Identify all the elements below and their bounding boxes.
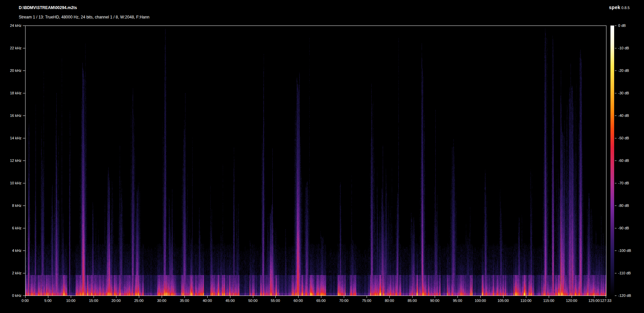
time-tick [526, 296, 526, 298]
db-tick [615, 251, 616, 251]
time-tick-label: 55:00 [265, 299, 286, 303]
freq-tick [23, 93, 25, 93]
time-tick-label: 85:00 [401, 299, 423, 303]
db-tick-label: -90 dB [618, 226, 629, 230]
time-tick-label: 80:00 [379, 299, 400, 303]
time-tick-label: 45:00 [219, 299, 241, 303]
db-gradient-bar [610, 26, 614, 296]
freq-tick-label: 4 kHz [0, 249, 21, 253]
time-tick-label: 75:00 [356, 299, 377, 303]
time-tick [162, 296, 162, 298]
time-tick [48, 296, 48, 298]
time-tick [367, 296, 367, 298]
time-tick-label: 15:00 [83, 299, 104, 303]
db-tick-label: -50 dB [618, 136, 629, 140]
db-tick-label: -20 dB [618, 69, 629, 73]
time-tick-label: 5:00 [37, 299, 59, 303]
freq-tick [23, 251, 25, 251]
time-tick [458, 296, 458, 298]
freq-tick-label: 2 kHz [0, 271, 21, 275]
time-tick-label: 40:00 [197, 299, 218, 303]
time-tick [549, 296, 549, 298]
time-tick [435, 296, 435, 298]
time-tick-label: 30:00 [151, 299, 172, 303]
time-tick-label: 95:00 [447, 299, 468, 303]
db-tick [615, 228, 616, 228]
time-tick-label: 115:00 [538, 299, 559, 303]
freq-tick-label: 18 kHz [0, 91, 21, 95]
db-tick-label: -70 dB [618, 181, 629, 185]
freq-tick-label: 0 kHz [0, 294, 21, 298]
freq-tick [23, 138, 25, 138]
time-tick [207, 296, 208, 298]
freq-tick [23, 161, 25, 161]
freq-tick-label: 20 kHz [0, 69, 21, 73]
time-tick-label: 100:00 [470, 299, 491, 303]
freq-tick-label: 14 kHz [0, 136, 21, 140]
time-tick [412, 296, 413, 298]
db-tick [615, 161, 616, 161]
time-tick-label: 35:00 [174, 299, 195, 303]
time-tick-label: 50:00 [242, 299, 264, 303]
time-tick-label: 70:00 [333, 299, 355, 303]
time-tick-label: 20:00 [105, 299, 127, 303]
db-tick-label: -120 dB [618, 294, 631, 298]
db-tick [615, 93, 616, 93]
time-tick-label: 120:00 [561, 299, 582, 303]
freq-tick [23, 273, 25, 273]
db-tick-label: -30 dB [618, 91, 629, 95]
db-tick-label: -100 dB [618, 249, 631, 253]
freq-tick [23, 71, 25, 71]
db-tick-label: -40 dB [618, 114, 629, 118]
time-tick-label: 90:00 [424, 299, 445, 303]
db-tick [615, 48, 616, 48]
time-tick [253, 296, 253, 298]
time-tick [572, 296, 572, 298]
freq-tick-label: 16 kHz [0, 114, 21, 118]
time-tick [116, 296, 116, 298]
app-name: spek [609, 5, 621, 10]
time-tick [275, 296, 276, 298]
time-tick [594, 296, 594, 298]
time-tick-label: 0:00 [14, 299, 36, 303]
db-tick [615, 206, 616, 206]
freq-tick [23, 296, 25, 296]
db-tick-label: -110 dB [618, 271, 631, 275]
freq-tick-label: 12 kHz [0, 159, 21, 163]
time-tick [606, 296, 606, 298]
time-tick [94, 296, 94, 298]
time-tick-label: 105:00 [492, 299, 514, 303]
freq-tick [23, 183, 25, 183]
time-tick-label: 10:00 [60, 299, 82, 303]
time-tick-label: 60:00 [287, 299, 309, 303]
stream-info: Stream 1 / 13: TrueHD, 48000 Hz, 24 bits… [19, 15, 149, 19]
time-tick [25, 296, 25, 298]
time-tick [321, 296, 321, 298]
db-tick [615, 138, 616, 138]
freq-tick [23, 228, 25, 228]
time-tick [298, 296, 299, 298]
time-tick [503, 296, 503, 298]
db-tick [615, 273, 616, 273]
time-tick-label: 127:33 [595, 299, 616, 303]
db-tick [615, 26, 616, 26]
time-tick [480, 296, 481, 298]
db-tick-label: -60 dB [618, 159, 629, 163]
time-tick [389, 296, 390, 298]
freq-tick-label: 24 kHz [0, 24, 21, 28]
db-tick [615, 71, 616, 71]
time-tick-label: 25:00 [128, 299, 150, 303]
time-tick-label: 110:00 [515, 299, 537, 303]
time-tick [230, 296, 230, 298]
freq-tick-label: 6 kHz [0, 226, 21, 230]
time-tick [71, 296, 71, 298]
db-tick-label: -10 dB [618, 46, 629, 50]
db-tick [615, 116, 616, 116]
db-tick [615, 183, 616, 183]
time-tick [139, 296, 139, 298]
db-tick [615, 296, 616, 296]
freq-tick [23, 48, 25, 48]
file-path-title: D:\BDMV\STREAM\00294.m2ts [19, 5, 77, 10]
freq-tick-label: 8 kHz [0, 204, 21, 208]
app-version: 0.8.5 [622, 6, 630, 10]
